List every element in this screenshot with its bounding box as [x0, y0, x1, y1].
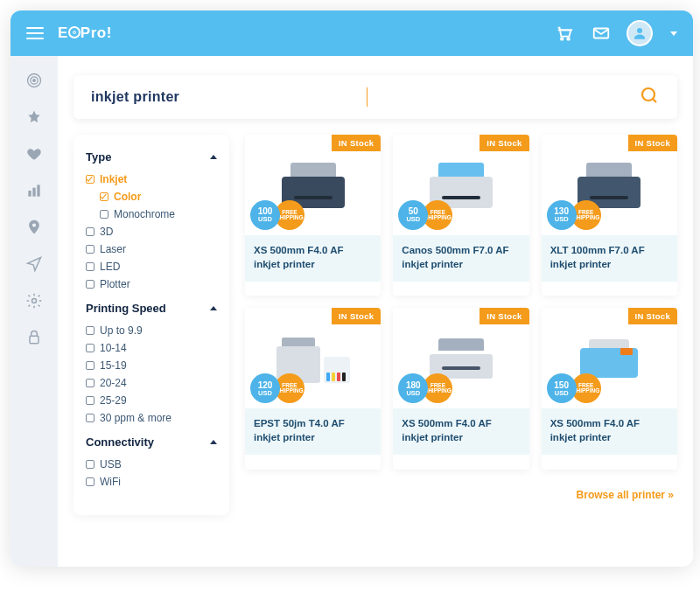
product-image: 120USD FREE SHIPPING: [245, 308, 381, 408]
product-card[interactable]: IN Stock 150USD FREE SHIPPING XS 500mm F…: [542, 308, 677, 469]
filter-type-toggle[interactable]: Type: [86, 150, 217, 164]
filter-opt-speed[interactable]: 20-24: [86, 374, 217, 392]
lock-icon[interactable]: [25, 329, 43, 346]
filter-connectivity: Connectivity USB WiFi: [86, 435, 217, 491]
product-grid: IN Stock 100USD FREE SHIPPING XS 500mm F…: [245, 135, 677, 515]
browse-all-link[interactable]: Browse all printer »: [542, 482, 677, 515]
filter-type: Type Inkjet Color Monochrome 3D Laser LE…: [86, 150, 217, 293]
star-icon[interactable]: [25, 108, 43, 126]
product-card[interactable]: IN Stock 180USD FREE SHIPPING XS 500mm F…: [393, 308, 528, 469]
filter-conn-toggle[interactable]: Connectivity: [86, 435, 217, 449]
search-input[interactable]: [91, 89, 363, 105]
chevron-up-icon: [210, 155, 217, 159]
filter-opt-speed[interactable]: 15-19: [86, 357, 217, 374]
product-image: 50USD FREE SHIPPING: [393, 135, 528, 235]
svg-point-6: [33, 80, 36, 82]
filter-opt-laser[interactable]: Laser: [86, 240, 217, 258]
product-image: 150USD FREE SHIPPING: [542, 308, 677, 408]
header: EPro!: [10, 10, 693, 56]
price-badge: 50USD: [398, 200, 428, 230]
svg-point-3: [637, 28, 642, 33]
filter-opt-led[interactable]: LED: [86, 258, 217, 275]
filter-opt-wifi[interactable]: WiFi: [86, 473, 217, 491]
svg-point-11: [32, 299, 37, 303]
send-icon[interactable]: [25, 255, 43, 273]
app-window: EPro!: [10, 10, 693, 567]
product-title: XLT 100mm F7.0 AF inkjet printer: [542, 235, 677, 282]
product-title: XS 500mm F4.0 AF inkjet printer: [245, 235, 381, 282]
main-content: Type Inkjet Color Monochrome 3D Laser LE…: [58, 56, 693, 567]
product-title: Canos 500mm F7.0 AF inkjet printer: [393, 235, 528, 282]
heart-icon[interactable]: [25, 145, 43, 163]
filter-opt-speed[interactable]: Up to 9.9: [86, 322, 217, 339]
side-rail: [10, 56, 58, 567]
product-image: 100USD FREE SHIPPING: [245, 135, 381, 235]
avatar[interactable]: [626, 20, 653, 46]
product-title: XS 500mm F4.0 AF inkjet printer: [393, 408, 528, 455]
product-image: 180USD FREE SHIPPING: [393, 308, 528, 408]
filter-opt-monochrome[interactable]: Monochrome: [86, 205, 217, 223]
target-icon[interactable]: [25, 72, 43, 89]
chart-icon[interactable]: [25, 182, 43, 199]
price-badge: 120USD: [250, 373, 280, 403]
product-card[interactable]: IN Stock 50USD FREE SHIPPING Canos 500mm…: [393, 135, 528, 296]
filter-opt-usb[interactable]: USB: [86, 456, 217, 473]
product-title: XS 500mm F4.0 AF inkjet printer: [542, 408, 677, 455]
brand-logo[interactable]: EPro!: [58, 24, 112, 42]
svg-point-13: [642, 88, 654, 101]
product-card[interactable]: IN Stock 120USD FREE SHIPPING EPST 5: [245, 308, 381, 469]
filter-opt-speed[interactable]: 25-29: [86, 392, 217, 409]
pin-icon[interactable]: [25, 219, 43, 236]
filter-speed-toggle[interactable]: Printing Speed: [86, 302, 217, 315]
price-badge: 180USD: [398, 373, 428, 403]
gear-icon[interactable]: [25, 292, 43, 310]
cart-icon[interactable]: [553, 22, 576, 45]
svg-rect-9: [37, 185, 39, 196]
filters-panel: Type Inkjet Color Monochrome 3D Laser LE…: [74, 135, 229, 515]
search-icon[interactable]: [639, 85, 660, 109]
svg-point-0: [561, 38, 564, 40]
filter-opt-speed[interactable]: 30 ppm & more: [86, 409, 217, 427]
product-title: EPST 50jm T4.0 AF inkjet printer: [245, 408, 381, 455]
product-card[interactable]: IN Stock 130USD FREE SHIPPING XLT 100mm …: [542, 135, 677, 296]
mail-icon[interactable]: [590, 22, 612, 45]
filter-opt-3d[interactable]: 3D: [86, 223, 217, 240]
chevron-up-icon: [210, 306, 217, 310]
chevron-down-icon[interactable]: [670, 31, 677, 36]
search-bar[interactable]: [74, 75, 677, 119]
filter-opt-plotter[interactable]: Plotter: [86, 275, 217, 293]
printer-icon: [430, 338, 493, 379]
svg-rect-7: [28, 191, 31, 197]
svg-rect-12: [30, 336, 38, 343]
chevron-up-icon: [210, 440, 217, 444]
filter-opt-inkjet[interactable]: Inkjet: [86, 171, 217, 188]
svg-rect-8: [32, 188, 35, 197]
filter-opt-speed[interactable]: 10-14: [86, 339, 217, 357]
printer-icon: [580, 339, 638, 378]
price-badge: 100USD: [250, 200, 280, 230]
svg-point-1: [567, 38, 570, 40]
filter-opt-color[interactable]: Color: [86, 188, 217, 205]
product-card[interactable]: IN Stock 100USD FREE SHIPPING XS 500mm F…: [245, 135, 381, 296]
price-badge: 150USD: [547, 373, 577, 403]
price-badge: 130USD: [547, 200, 577, 230]
text-cursor: [367, 87, 368, 107]
target-icon: [68, 26, 80, 38]
product-image: 130USD FREE SHIPPING: [542, 135, 677, 235]
svg-point-10: [32, 223, 36, 226]
body: Type Inkjet Color Monochrome 3D Laser LE…: [10, 56, 693, 567]
content: Type Inkjet Color Monochrome 3D Laser LE…: [74, 135, 677, 515]
filter-speed: Printing Speed Up to 9.9 10-14 15-19 20-…: [86, 302, 217, 427]
menu-icon[interactable]: [26, 27, 44, 39]
